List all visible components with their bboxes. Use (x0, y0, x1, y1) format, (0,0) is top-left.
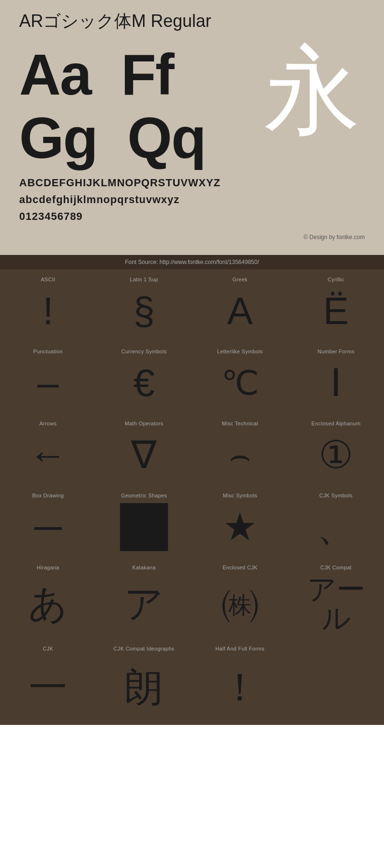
label-math: Math Operators (125, 421, 164, 426)
char-half-full: ！ (221, 656, 259, 719)
char-greek: Α (227, 287, 252, 336)
char-enclosed-cjk: ㈱ (221, 575, 259, 633)
label-numberforms: Number Forms (318, 349, 355, 354)
dark-section: Font Source: http://www.fontke.com/font/… (0, 255, 384, 725)
char-ascii: ! (43, 287, 53, 336)
unicode-cell-math: Math Operators ∇ (96, 413, 192, 485)
label-currency: Currency Symbols (121, 349, 167, 354)
label-punctuation: Punctuation (33, 349, 62, 354)
char-cjk-compat-ideo: 朗 (125, 656, 163, 719)
char-punctuation: – (37, 359, 59, 408)
big-letter-line-1: Aa Ff (19, 43, 259, 106)
unicode-cell-numberforms: Number Forms Ⅰ (288, 341, 384, 413)
bottom-unicode-grid: Hiragana あ Katakana ア Enclosed CJK ㈱ CJK… (0, 557, 384, 639)
unicode-cell-cjk: CJK 一 (0, 639, 96, 725)
big-letters-left: Aa Ff Gg Qq (19, 43, 259, 169)
char-misc-technical: ⌢ (229, 431, 251, 480)
char-cjk: 一 (29, 656, 67, 719)
unicode-cell-cjk-symbols: CJK Symbols 、 (288, 485, 384, 557)
unicode-cell-misc-symbols: Misc Symbols ★ (192, 485, 288, 557)
specimen-row: Aa Ff Gg Qq 永 (19, 43, 365, 169)
label-katakana: Katakana (132, 565, 156, 570)
char-geometric (120, 503, 168, 552)
big-letter-line-2: Gg Qq (19, 106, 259, 169)
unicode-cell-arrows: Arrows ← (0, 413, 96, 485)
unicode-cell-cjk-compat: CJK Compat アール (288, 557, 384, 639)
label-geometric: Geometric Shapes (121, 493, 167, 498)
font-source-text: Font Source: http://www.fontke.com/font/… (125, 259, 259, 265)
char-boxdrawing: ─ (35, 503, 62, 552)
header-section: ARゴシック体M Regular Aa Ff Gg Qq 永 ABCDEFGHI… (0, 0, 384, 255)
unicode-cell-geometric: Geometric Shapes (96, 485, 192, 557)
last-unicode-grid: CJK 一 CJK Compat Ideographs 朗 Half And F… (0, 639, 384, 725)
label-hiragana: Hiragana (36, 565, 59, 570)
char-katakana: ア (124, 575, 164, 633)
label-letterlike: Letterlike Symbols (217, 349, 263, 354)
unicode-cell-half-full: Half And Full Forms ！ (192, 639, 288, 725)
label-cjk-symbols: CJK Symbols (319, 493, 352, 498)
copyright: © Design by fontke.com (19, 234, 365, 241)
alphabet-section: ABCDEFGHIJKLMNOPQRSTUVWXYZ abcdefghijklm… (19, 174, 365, 230)
char-misc-symbols: ★ (223, 503, 257, 552)
label-cjk-compat-ideo: CJK Compat Ideographs (114, 646, 175, 651)
alphabet-upper: ABCDEFGHIJKLMNOPQRSTUVWXYZ (19, 174, 365, 191)
char-cjk-symbols: 、 (317, 503, 355, 552)
char-letterlike: ℃ (221, 359, 259, 408)
char-cjk-compat: アール (293, 575, 379, 633)
unicode-cell-letterlike: Letterlike Symbols ℃ (192, 341, 288, 413)
unicode-cell-latin1sup: Latin 1 Sup § (96, 269, 192, 341)
char-arrows: ← (29, 431, 67, 480)
char-numberforms: Ⅰ (330, 359, 342, 408)
unicode-cell-enclosed-cjk: Enclosed CJK ㈱ (192, 557, 288, 639)
char-cyrillic: Ё (323, 287, 348, 336)
char-latin1sup: § (133, 287, 155, 336)
unicode-cell-greek: Greek Α (192, 269, 288, 341)
unicode-cell-hiragana: Hiragana あ (0, 557, 96, 639)
label-ascii: ASCII (41, 277, 55, 282)
label-misc-technical: Misc Technical (222, 421, 258, 426)
char-currency: € (133, 359, 155, 408)
unicode-cell-boxdrawing: Box Drawing ─ (0, 485, 96, 557)
char-math: ∇ (131, 431, 157, 480)
unicode-cell-currency: Currency Symbols € (96, 341, 192, 413)
font-title: ARゴシック体M Regular (19, 10, 365, 33)
unicode-cell-enclosed: Enclosed Alphanum ① (288, 413, 384, 485)
unicode-cell-cjk-compat-ideo: CJK Compat Ideographs 朗 (96, 639, 192, 725)
char-enclosed: ① (319, 431, 353, 480)
unicode-cell-katakana: Katakana ア (96, 557, 192, 639)
label-greek: Greek (232, 277, 247, 282)
unicode-cell-misc-technical: Misc Technical ⌢ (192, 413, 288, 485)
unicode-cell-punctuation: Punctuation – (0, 341, 96, 413)
unicode-grid: ASCII ! Latin 1 Sup § Greek Α Cyrillic Ё… (0, 269, 384, 557)
label-misc-symbols: Misc Symbols (223, 493, 257, 498)
char-hiragana: あ (28, 575, 68, 633)
label-cyrillic: Cyrillic (328, 277, 345, 282)
kanji-section: 永 (259, 43, 365, 139)
unicode-cell-ascii: ASCII ! (0, 269, 96, 341)
black-square (120, 503, 168, 551)
label-cjk-compat: CJK Compat (320, 565, 351, 570)
unicode-cell-cyrillic: Cyrillic Ё (288, 269, 384, 341)
label-half-full: Half And Full Forms (216, 646, 264, 651)
label-cjk: CJK (43, 646, 53, 651)
unicode-cell-empty (288, 639, 384, 725)
label-enclosed-cjk: Enclosed CJK (223, 565, 258, 570)
alphabet-lower: abcdefghijklmnopqrstuvwxyz (19, 191, 365, 208)
label-boxdrawing: Box Drawing (32, 493, 64, 498)
label-arrows: Arrows (39, 421, 57, 426)
kanji-char: 永 (264, 43, 360, 139)
label-latin1sup: Latin 1 Sup (130, 277, 158, 282)
font-source-bar: Font Source: http://www.fontke.com/font/… (0, 255, 384, 269)
label-enclosed: Enclosed Alphanum (312, 421, 360, 426)
digits: 0123456789 (19, 208, 365, 225)
